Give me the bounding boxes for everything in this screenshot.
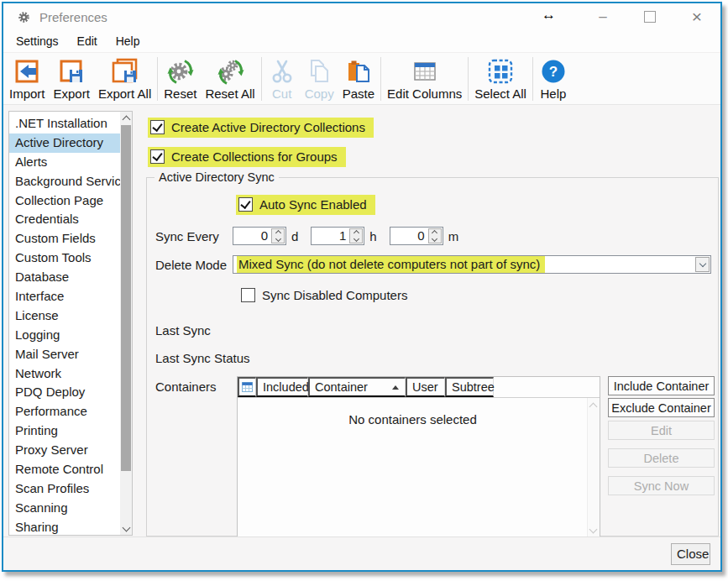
sidebar-item[interactable]: Collection Page: [9, 191, 120, 211]
create-collections-groups-label: Create Collections for Groups: [171, 149, 338, 164]
scroll-down-icon[interactable]: [588, 525, 599, 537]
sync-disabled-checkbox[interactable]: [241, 288, 255, 302]
create-ad-collections-checkbox[interactable]: [150, 120, 165, 134]
cut-icon: [268, 55, 296, 86]
sync-every-label: Sync Every: [155, 229, 233, 243]
chevron-down-icon: [699, 260, 705, 267]
sidebar-item[interactable]: Database: [9, 268, 120, 287]
sidebar-item[interactable]: Credentials: [9, 210, 120, 229]
container-action-button: Sync Now: [608, 476, 715, 495]
export-all-button[interactable]: Export All: [94, 54, 155, 104]
close-button[interactable]: Close: [671, 543, 710, 565]
scroll-down-icon[interactable]: [120, 522, 132, 535]
close-window-button[interactable]: ×: [673, 3, 720, 30]
table-scrollbar[interactable]: [587, 398, 600, 538]
minimize-button[interactable]: –: [579, 3, 626, 30]
column-header-user[interactable]: User: [406, 377, 445, 397]
export-all-icon: [110, 55, 140, 86]
container-buttons: Include ContainerExclude ContainerEditDe…: [608, 376, 715, 498]
sync-minutes-stepper[interactable]: [428, 228, 442, 243]
dropdown-button[interactable]: [695, 257, 710, 272]
edit-columns-button[interactable]: Edit Columns: [383, 54, 466, 104]
sidebar-item[interactable]: Background Service: [9, 172, 120, 191]
sync-every-row: Sync Every 0 d 1 h: [147, 227, 718, 245]
column-header-included[interactable]: Included: [256, 377, 308, 397]
sidebar-item[interactable]: Printing: [9, 421, 120, 441]
column-header-filler: [494, 377, 600, 397]
menu-bar: Settings Edit Help: [3, 30, 720, 53]
sidebar-item[interactable]: Scanning: [9, 499, 120, 518]
container-action-button: Edit: [608, 421, 715, 440]
column-chooser-button[interactable]: [238, 377, 256, 397]
paste-button[interactable]: Paste: [338, 54, 379, 104]
toolbar-separator: [532, 57, 533, 101]
sync-minutes-spinner: 0 m: [390, 227, 459, 245]
menu-help[interactable]: Help: [107, 32, 149, 50]
settings-panel: Create Active Directory Collections Crea…: [139, 105, 717, 537]
sidebar-item[interactable]: Mail Server: [9, 345, 120, 364]
sync-disabled-label: Sync Disabled Computers: [262, 288, 407, 302]
sidebar-item[interactable]: License: [9, 306, 120, 326]
sidebar-item[interactable]: Custom Fields: [9, 229, 120, 249]
reset-button[interactable]: Reset: [160, 54, 201, 104]
sidebar-item[interactable]: Network: [9, 364, 120, 384]
sidebar-item[interactable]: Active Directory: [9, 133, 120, 153]
select-all-button[interactable]: Select All: [470, 54, 531, 104]
sidebar-item[interactable]: Performance: [9, 402, 120, 421]
help-button[interactable]: ? Help: [535, 54, 572, 104]
category-list: .NET InstallationActive DirectoryAlertsB…: [8, 111, 133, 536]
container-action-button[interactable]: Include Container: [608, 376, 715, 395]
content-area: .NET InstallationActive DirectoryAlertsB…: [3, 105, 720, 537]
container-action-button[interactable]: Exclude Container: [608, 398, 715, 417]
auto-sync-row[interactable]: Auto Sync Enabled: [236, 195, 375, 215]
create-collections-groups-checkbox[interactable]: [150, 149, 165, 164]
create-ad-collections-row[interactable]: Create Active Directory Collections: [148, 118, 374, 138]
days-unit-label: d: [291, 229, 298, 243]
create-collections-groups-row[interactable]: Create Collections for Groups: [148, 147, 346, 167]
toolbar-separator: [261, 57, 262, 101]
sidebar-item[interactable]: Logging: [9, 326, 120, 345]
sort-ascending-icon: [392, 385, 399, 390]
sync-days-stepper[interactable]: [271, 228, 285, 243]
create-ad-collections-label: Create Active Directory Collections: [171, 120, 365, 134]
scrollbar-thumb[interactable]: [121, 125, 131, 471]
table-header: Included Container User Subtree: [238, 377, 600, 398]
export-icon: [57, 55, 86, 86]
reset-icon: [166, 55, 195, 86]
cut-button: Cut: [264, 54, 301, 104]
sync-disabled-row[interactable]: Sync Disabled Computers: [241, 288, 407, 302]
minimize-icon: –: [599, 8, 606, 25]
sync-hours-stepper[interactable]: [349, 228, 363, 243]
sidebar-item[interactable]: Interface: [9, 287, 120, 306]
reset-all-icon: [215, 55, 245, 86]
sidebar-scrollbar[interactable]: [120, 112, 132, 535]
sidebar-item[interactable]: Scan Profiles: [9, 479, 120, 499]
scroll-up-icon[interactable]: [588, 400, 599, 411]
export-button[interactable]: Export: [50, 54, 94, 104]
menu-settings[interactable]: Settings: [7, 32, 68, 50]
menu-edit[interactable]: Edit: [68, 32, 107, 50]
column-header-container[interactable]: Container: [308, 377, 406, 397]
resize-cursor-icon: ↔: [542, 7, 556, 24]
sidebar-item[interactable]: Sharing: [9, 518, 120, 535]
reset-all-button[interactable]: Reset All: [201, 54, 259, 104]
sidebar-item[interactable]: PDQ Deploy: [9, 383, 120, 402]
sidebar-item[interactable]: Remote Control: [9, 460, 120, 479]
delete-mode-dropdown[interactable]: Mixed Sync (do not delete computers not …: [233, 255, 711, 274]
sidebar-item[interactable]: .NET Installation: [9, 114, 120, 133]
column-header-subtree[interactable]: Subtree: [445, 377, 494, 397]
table-body: No containers selected: [238, 398, 600, 538]
sidebar-item[interactable]: Custom Tools: [9, 249, 120, 268]
sidebar-item[interactable]: Alerts: [9, 153, 120, 172]
import-button[interactable]: Import: [5, 54, 50, 104]
empty-table-message: No containers selected: [238, 412, 588, 427]
sidebar-item[interactable]: Proxy Server: [9, 441, 120, 460]
scroll-up-icon[interactable]: [120, 112, 132, 124]
paste-icon: [344, 55, 373, 86]
sync-minutes-input[interactable]: 0: [390, 227, 443, 245]
last-sync-label: Last Sync: [147, 323, 718, 338]
sync-hours-input[interactable]: 1: [311, 227, 364, 245]
sync-days-input[interactable]: 0: [233, 227, 286, 245]
maximize-button[interactable]: [626, 3, 673, 30]
auto-sync-checkbox[interactable]: [238, 197, 253, 212]
